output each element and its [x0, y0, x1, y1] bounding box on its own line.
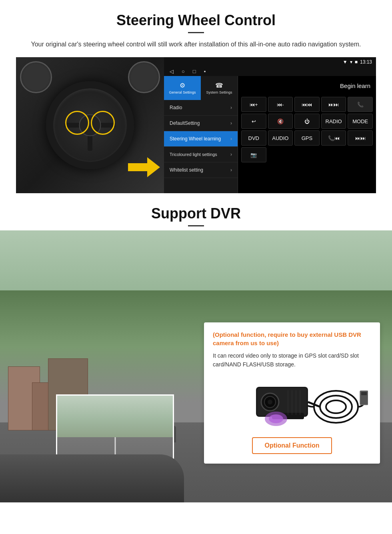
- android-ui-panel: ▼ ▾ ■ 13:13 ◁ ○ □ ▪ ⚙ Gene: [164, 57, 376, 193]
- wifi-icon: ▾: [350, 59, 352, 65]
- arrow-container: [128, 157, 160, 177]
- nav-item-steering-wheel[interactable]: Steering Wheel learning ›: [164, 131, 238, 147]
- camera-svg: [216, 375, 368, 431]
- next-button[interactable]: ⏭⏭: [321, 97, 346, 112]
- dot-icon[interactable]: ▪: [204, 68, 206, 74]
- mode-button[interactable]: MODE: [348, 114, 373, 129]
- vol-down-button[interactable]: ⏮-: [268, 97, 293, 112]
- nav-item-whitelist[interactable]: Whitelist setting ›: [164, 162, 238, 178]
- phone-prev-button[interactable]: 📞⏮: [321, 130, 346, 146]
- settings-nav: ⚙ General Settings ☎ System Settings Rad…: [164, 76, 238, 193]
- steering-demo-container: ▼ ▾ ■ 13:13 ◁ ○ □ ▪ ⚙ Gene: [16, 57, 376, 193]
- general-settings-label: General Settings: [169, 90, 196, 94]
- dvr-info-box: (Optional function, require to buy exter…: [204, 322, 380, 464]
- steering-wheel-photo: [16, 57, 164, 193]
- control-buttons-grid: ⏮+ ⏮- ⏮⏮ ⏭⏭ 📞 ↩ 🔇 ⏻ RADIO MODE DVD AUDIO: [238, 95, 376, 164]
- system-settings-tab[interactable]: ☎ System Settings: [201, 76, 238, 100]
- title-divider: [188, 32, 204, 33]
- back-icon[interactable]: ◁: [170, 68, 174, 74]
- signal-icon: ▼: [343, 59, 348, 65]
- system-icon: ☎: [215, 82, 223, 89]
- recents-icon[interactable]: □: [193, 68, 196, 74]
- power-button[interactable]: ⏻: [294, 114, 320, 129]
- prev-button[interactable]: ⏮⏮: [294, 97, 320, 112]
- dvr-description: It can record video only to storage in G…: [213, 351, 371, 369]
- begin-learn-area: Begin learn: [238, 76, 376, 95]
- dashboard-area: [0, 454, 184, 502]
- dvr-title-divider: [188, 225, 204, 226]
- section-subtitle: Your original car's steering wheel contr…: [24, 40, 368, 49]
- chevron-icon: ›: [230, 105, 232, 110]
- begin-learn-button[interactable]: Begin learn: [340, 82, 370, 89]
- page-title: Steering Wheel Control: [16, 12, 376, 29]
- svg-point-1: [320, 396, 352, 418]
- chevron-icon: ›: [230, 167, 232, 173]
- status-bar: ▼ ▾ ■ 13:13: [164, 57, 376, 67]
- system-settings-label: System Settings: [206, 90, 232, 94]
- camera-btn[interactable]: 📷: [241, 147, 266, 162]
- vol-up-button[interactable]: ⏮+: [241, 97, 266, 112]
- home-icon[interactable]: ○: [182, 68, 185, 74]
- optional-function-button[interactable]: Optional Function: [252, 437, 332, 454]
- next2-button[interactable]: ⏭⏭: [348, 130, 373, 146]
- gauge-left: [20, 61, 52, 93]
- phone-button[interactable]: 📞: [348, 97, 373, 112]
- svg-point-12: [269, 414, 283, 423]
- android-nav-bar: ◁ ○ □ ▪: [164, 67, 376, 76]
- optional-function-title: (Optional function, require to buy exter…: [213, 330, 371, 347]
- steering-wheel-outer: [46, 81, 134, 169]
- dvr-background: (Optional function, require to buy exter…: [0, 230, 392, 502]
- highlight-right: [91, 111, 115, 135]
- nav-item-tricoloured[interactable]: Tricoloured light settings ›: [164, 147, 238, 162]
- highlight-left: [65, 111, 89, 135]
- gps-button[interactable]: GPS: [294, 130, 320, 146]
- chevron-icon: ›: [230, 136, 232, 142]
- general-settings-tab[interactable]: ⚙ General Settings: [164, 76, 201, 100]
- dvr-title: Support DVR: [0, 193, 392, 222]
- dvd-button[interactable]: DVD: [241, 130, 266, 146]
- nav-item-radio[interactable]: Radio ›: [164, 100, 238, 116]
- status-time: 13:13: [360, 59, 372, 65]
- mute-button[interactable]: 🔇: [268, 114, 293, 129]
- steering-wheel-section: Steering Wheel Control Your original car…: [0, 0, 392, 193]
- svg-point-9: [268, 400, 272, 404]
- gear-icon: ⚙: [180, 82, 185, 89]
- gauge-right: [128, 61, 160, 93]
- svg-point-2: [326, 400, 346, 413]
- steering-controls-panel: Begin learn ⏮+ ⏮- ⏮⏮ ⏭⏭ 📞 ↩ 🔇 ⏻ RADIO: [238, 76, 376, 193]
- battery-icon: ■: [355, 59, 358, 65]
- chevron-icon: ›: [230, 120, 232, 126]
- back-button[interactable]: ↩: [241, 114, 266, 129]
- settings-tabs: ⚙ General Settings ☎ System Settings: [164, 76, 238, 100]
- svg-rect-4: [361, 392, 367, 395]
- dvr-section: Support DVR (Optional function, require …: [0, 193, 392, 502]
- audio-button[interactable]: AUDIO: [268, 130, 293, 146]
- arrow-icon: [128, 157, 160, 177]
- nav-item-default-setting[interactable]: DefaultSetting ›: [164, 116, 238, 131]
- radio-button[interactable]: RADIO: [321, 114, 346, 129]
- ui-main-content: ⚙ General Settings ☎ System Settings Rad…: [164, 76, 376, 193]
- chevron-icon: ›: [230, 152, 232, 157]
- dvr-camera-illustration: [213, 375, 371, 431]
